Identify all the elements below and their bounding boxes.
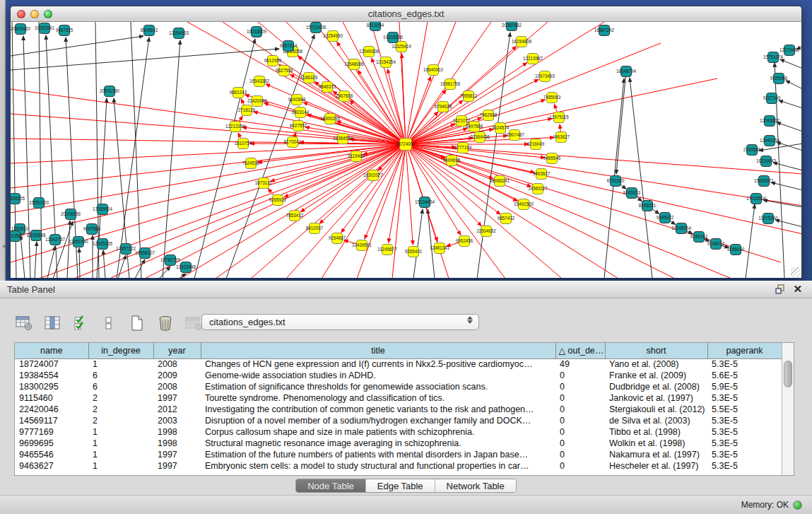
- tab-edge-table[interactable]: Edge Table: [366, 479, 435, 492]
- graph-node-label: 3913562: [11, 233, 24, 238]
- new-file-icon[interactable]: [127, 313, 147, 333]
- table-row[interactable]: 977716911998Corpus callosum shape and si…: [15, 426, 782, 438]
- table-row[interactable]: 911546021997Tourette syndrome. Phenomeno…: [15, 392, 782, 404]
- citation-edge-red[interactable]: [406, 144, 562, 278]
- table-row[interactable]: 1938455462009Genome-wide association stu…: [15, 370, 782, 381]
- citation-edge-black[interactable]: [79, 248, 80, 278]
- table-cell: 0: [555, 381, 605, 392]
- citation-edge-red[interactable]: [251, 144, 406, 278]
- column-header-short[interactable]: short: [605, 343, 707, 358]
- table-panel-header: Table Panel ✕: [0, 281, 812, 298]
- citation-edge-black[interactable]: [771, 182, 801, 190]
- table-row[interactable]: 1872400712008Changes of HCN gene express…: [15, 358, 782, 370]
- tab-node-table[interactable]: Node Table: [296, 479, 366, 492]
- graph-node-label: 16066241: [490, 178, 510, 183]
- delete-trash-icon[interactable]: [155, 313, 175, 333]
- citation-edge-red[interactable]: [322, 144, 406, 278]
- column-header-title[interactable]: title: [201, 343, 555, 358]
- citation-edge-black[interactable]: [477, 33, 510, 278]
- citation-edge-red[interactable]: [284, 144, 406, 197]
- citation-edge-black[interactable]: [630, 78, 652, 278]
- table-row[interactable]: 2242004622012Investigating the contribut…: [15, 404, 782, 415]
- network-canvas[interactable]: 1872400796129551822605898275081654338281…: [11, 22, 801, 278]
- table-header-row[interactable]: namein_degreeyeartitle△ out_de…shortpage…: [15, 343, 782, 358]
- table-cell: 5.3E-5: [707, 460, 782, 472]
- citation-edge-red[interactable]: [406, 144, 801, 234]
- table-cell: Jankovic et al. (1997): [605, 392, 707, 404]
- graph-node-label: 16782759: [160, 257, 181, 262]
- citation-edge-black[interactable]: [777, 122, 801, 132]
- citation-edge-black[interactable]: [777, 142, 801, 151]
- citation-edge-red[interactable]: [406, 144, 413, 245]
- table-vertical-scrollbar[interactable]: [782, 343, 794, 475]
- table-row[interactable]: 1830029562008Estimation of significance …: [15, 381, 782, 392]
- unselect-columns-icon[interactable]: [99, 313, 119, 333]
- citation-edge-black[interactable]: [97, 98, 107, 278]
- citation-edge-black[interactable]: [786, 81, 801, 89]
- citation-edge-black[interactable]: [780, 59, 801, 69]
- citation-graph[interactable]: 1872400796129551822605898275081654338281…: [11, 22, 801, 278]
- graph-node-label: 7853412: [286, 213, 304, 218]
- column-header-name[interactable]: name: [15, 343, 88, 358]
- table-cell: Estimation of the future numbers of pati…: [201, 449, 555, 460]
- window-resize-grip[interactable]: [791, 267, 801, 277]
- graph-node-label: 15751074: [763, 54, 784, 59]
- close-panel-icon[interactable]: ✕: [793, 284, 802, 295]
- citation-edge-red[interactable]: [358, 70, 406, 144]
- column-header-in_degree[interactable]: in_degree: [88, 343, 153, 358]
- graph-node-label: 9154687: [329, 235, 346, 240]
- graph-node-label: 1873120: [255, 180, 273, 185]
- citation-edge-red[interactable]: [11, 144, 406, 262]
- citation-edge-black[interactable]: [413, 209, 423, 278]
- table-settings-icon[interactable]: [14, 313, 34, 333]
- citation-edge-red[interactable]: [406, 144, 801, 206]
- citation-edge-red[interactable]: [11, 144, 406, 213]
- scrollbar-thumb[interactable]: [784, 361, 792, 387]
- citation-edge-black[interactable]: [163, 40, 180, 278]
- table-cell: Genome-wide association studies in ADHD.: [201, 370, 555, 381]
- table-cell: 5.3E-5: [707, 415, 782, 426]
- tab-network-table[interactable]: Network Table: [435, 479, 516, 492]
- citation-edge-black[interactable]: [67, 221, 70, 278]
- citation-edge-black[interactable]: [763, 200, 801, 207]
- citation-edge-red[interactable]: [406, 144, 437, 241]
- table-cell: 5.3E-5: [707, 392, 782, 404]
- graph-node-label: 12481341: [430, 245, 450, 250]
- citation-edge-black[interactable]: [11, 36, 143, 56]
- column-header-out_de[interactable]: △ out_de…: [555, 343, 605, 358]
- show-columns-icon[interactable]: [42, 313, 62, 333]
- column-header-pagerank[interactable]: pagerank: [707, 343, 782, 358]
- table-cell: 2003: [153, 415, 201, 426]
- citation-edge-red[interactable]: [286, 144, 406, 278]
- citation-edge-black[interactable]: [23, 36, 30, 278]
- graph-node-label: 16154808: [512, 39, 532, 44]
- network-table-select[interactable]: citations_edges.txt: [201, 314, 479, 330]
- collapse-panel-arrow-icon[interactable]: ◂: [0, 241, 7, 251]
- table-row[interactable]: 969969511998Structural magnetic resonanc…: [15, 438, 782, 449]
- citation-edge-black[interactable]: [779, 100, 801, 108]
- citation-edge-black[interactable]: [226, 35, 314, 278]
- table-row[interactable]: 1456911722003Disruption of a novel membe…: [15, 415, 782, 426]
- table-cell: 1: [88, 438, 153, 449]
- column-header-year[interactable]: year: [153, 343, 201, 358]
- citation-edge-black[interactable]: [746, 204, 755, 278]
- citation-edge-black[interactable]: [616, 71, 626, 174]
- table-cell: 18300295: [15, 381, 88, 392]
- citation-edge-red[interactable]: [406, 144, 618, 278]
- graph-node-label: 9612955: [264, 58, 282, 63]
- citation-edge-black[interactable]: [775, 220, 801, 227]
- network-table-select-value: citations_edges.txt: [209, 317, 286, 327]
- citation-edge-black[interactable]: [35, 242, 37, 278]
- application-window: ◂ citations_edges.txt 187240079612955182…: [0, 0, 812, 514]
- citation-edge-black[interactable]: [20, 235, 25, 278]
- select-columns-check-icon[interactable]: [71, 313, 90, 333]
- citation-edge-black[interactable]: [773, 163, 801, 170]
- table-row[interactable]: 946554611997Estimation of the future num…: [15, 449, 782, 460]
- citation-edge-black[interactable]: [428, 209, 435, 278]
- table-cell: 0: [555, 415, 605, 426]
- network-window-titlebar[interactable]: citations_edges.txt: [11, 6, 801, 22]
- table-toolbar: f(x): [14, 311, 232, 335]
- citation-edge-black[interactable]: [135, 259, 145, 278]
- float-panel-icon[interactable]: [775, 284, 786, 295]
- table-row[interactable]: 946362711997Embryonic stem cells: a mode…: [15, 460, 782, 472]
